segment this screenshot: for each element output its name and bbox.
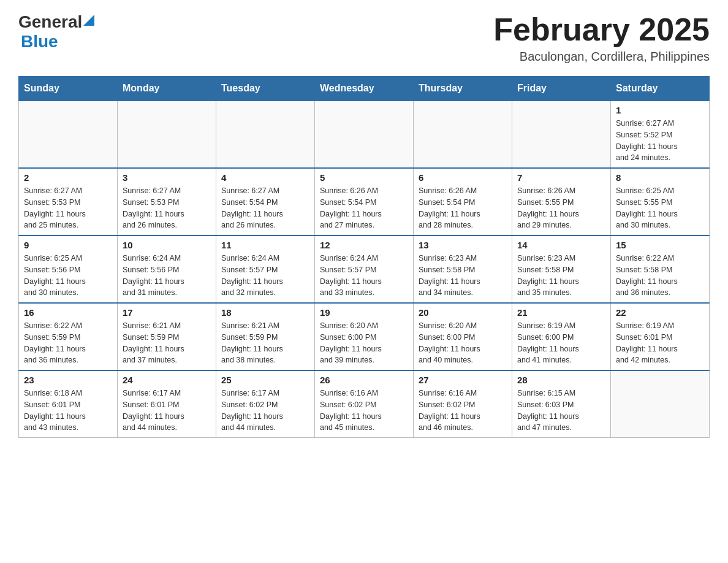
day-number: 27 bbox=[419, 375, 507, 385]
day-info: Sunrise: 6:20 AMSunset: 6:00 PMDaylight:… bbox=[320, 320, 408, 366]
calendar-cell: 2Sunrise: 6:27 AMSunset: 5:53 PMDaylight… bbox=[19, 168, 118, 236]
day-number: 16 bbox=[24, 307, 112, 318]
day-number: 14 bbox=[517, 240, 605, 250]
day-info: Sunrise: 6:27 AMSunset: 5:53 PMDaylight:… bbox=[24, 185, 112, 231]
calendar-week-row: 23Sunrise: 6:18 AMSunset: 6:01 PMDayligh… bbox=[19, 370, 710, 438]
day-number: 21 bbox=[517, 307, 605, 318]
day-number: 3 bbox=[123, 172, 211, 183]
day-number: 28 bbox=[517, 375, 605, 385]
day-info: Sunrise: 6:19 AMSunset: 6:00 PMDaylight:… bbox=[517, 320, 605, 366]
calendar-cell: 28Sunrise: 6:15 AMSunset: 6:03 PMDayligh… bbox=[512, 370, 611, 438]
day-info: Sunrise: 6:22 AMSunset: 5:58 PMDaylight:… bbox=[616, 253, 704, 299]
calendar-cell bbox=[611, 370, 710, 438]
calendar-cell: 25Sunrise: 6:17 AMSunset: 6:02 PMDayligh… bbox=[216, 370, 315, 438]
page-title: February 2025 bbox=[493, 12, 710, 47]
day-number: 25 bbox=[221, 375, 309, 385]
day-info: Sunrise: 6:24 AMSunset: 5:56 PMDaylight:… bbox=[123, 253, 211, 299]
calendar-cell: 6Sunrise: 6:26 AMSunset: 5:54 PMDaylight… bbox=[414, 168, 512, 236]
calendar-cell bbox=[315, 101, 414, 168]
day-number: 23 bbox=[24, 375, 112, 385]
calendar-cell bbox=[19, 101, 118, 168]
day-number: 22 bbox=[616, 307, 704, 318]
calendar-cell: 8Sunrise: 6:25 AMSunset: 5:55 PMDaylight… bbox=[611, 168, 710, 236]
calendar-day-header: Saturday bbox=[611, 77, 710, 101]
day-info: Sunrise: 6:19 AMSunset: 6:01 PMDaylight:… bbox=[616, 320, 704, 366]
day-number: 15 bbox=[616, 240, 704, 250]
calendar-cell: 14Sunrise: 6:23 AMSunset: 5:58 PMDayligh… bbox=[512, 236, 611, 303]
logo-general-text: General bbox=[18, 12, 82, 32]
calendar-cell: 24Sunrise: 6:17 AMSunset: 6:01 PMDayligh… bbox=[118, 370, 216, 438]
calendar-day-header: Monday bbox=[118, 77, 216, 101]
page-subtitle: Baculongan, Cordillera, Philippines bbox=[493, 50, 710, 64]
day-info: Sunrise: 6:20 AMSunset: 6:00 PMDaylight:… bbox=[419, 320, 507, 366]
day-info: Sunrise: 6:27 AMSunset: 5:53 PMDaylight:… bbox=[123, 185, 211, 231]
day-number: 8 bbox=[616, 172, 704, 183]
calendar-day-header: Sunday bbox=[19, 77, 118, 101]
day-info: Sunrise: 6:26 AMSunset: 5:54 PMDaylight:… bbox=[419, 185, 507, 231]
calendar-cell: 10Sunrise: 6:24 AMSunset: 5:56 PMDayligh… bbox=[118, 236, 216, 303]
calendar-cell: 9Sunrise: 6:25 AMSunset: 5:56 PMDaylight… bbox=[19, 236, 118, 303]
calendar-day-header: Tuesday bbox=[216, 77, 315, 101]
calendar-cell bbox=[118, 101, 216, 168]
day-info: Sunrise: 6:22 AMSunset: 5:59 PMDaylight:… bbox=[24, 320, 112, 366]
logo-blue-text: Blue bbox=[21, 32, 58, 52]
day-number: 7 bbox=[517, 172, 605, 183]
day-info: Sunrise: 6:16 AMSunset: 6:02 PMDaylight:… bbox=[419, 388, 507, 434]
calendar-cell: 7Sunrise: 6:26 AMSunset: 5:55 PMDaylight… bbox=[512, 168, 611, 236]
day-number: 9 bbox=[24, 240, 112, 250]
day-number: 13 bbox=[419, 240, 507, 250]
day-info: Sunrise: 6:21 AMSunset: 5:59 PMDaylight:… bbox=[123, 320, 211, 366]
calendar-week-row: 9Sunrise: 6:25 AMSunset: 5:56 PMDaylight… bbox=[19, 236, 710, 303]
day-info: Sunrise: 6:24 AMSunset: 5:57 PMDaylight:… bbox=[320, 253, 408, 299]
calendar-day-header: Wednesday bbox=[315, 77, 414, 101]
day-info: Sunrise: 6:27 AMSunset: 5:54 PMDaylight:… bbox=[221, 185, 309, 231]
day-info: Sunrise: 6:21 AMSunset: 5:59 PMDaylight:… bbox=[221, 320, 309, 366]
calendar-cell: 19Sunrise: 6:20 AMSunset: 6:00 PMDayligh… bbox=[315, 303, 414, 370]
day-info: Sunrise: 6:17 AMSunset: 6:02 PMDaylight:… bbox=[221, 388, 309, 434]
title-block: February 2025 Baculongan, Cordillera, Ph… bbox=[493, 12, 710, 64]
calendar-cell: 26Sunrise: 6:16 AMSunset: 6:02 PMDayligh… bbox=[315, 370, 414, 438]
calendar-cell: 11Sunrise: 6:24 AMSunset: 5:57 PMDayligh… bbox=[216, 236, 315, 303]
calendar-cell: 4Sunrise: 6:27 AMSunset: 5:54 PMDaylight… bbox=[216, 168, 315, 236]
day-number: 17 bbox=[123, 307, 211, 318]
calendar-cell: 15Sunrise: 6:22 AMSunset: 5:58 PMDayligh… bbox=[611, 236, 710, 303]
day-number: 6 bbox=[419, 172, 507, 183]
calendar-cell: 16Sunrise: 6:22 AMSunset: 5:59 PMDayligh… bbox=[19, 303, 118, 370]
day-info: Sunrise: 6:17 AMSunset: 6:01 PMDaylight:… bbox=[123, 388, 211, 434]
day-info: Sunrise: 6:15 AMSunset: 6:03 PMDaylight:… bbox=[517, 388, 605, 434]
calendar-cell: 18Sunrise: 6:21 AMSunset: 5:59 PMDayligh… bbox=[216, 303, 315, 370]
day-info: Sunrise: 6:25 AMSunset: 5:55 PMDaylight:… bbox=[616, 185, 704, 231]
calendar-cell bbox=[414, 101, 512, 168]
calendar-day-header: Friday bbox=[512, 77, 611, 101]
calendar-header-row: SundayMondayTuesdayWednesdayThursdayFrid… bbox=[19, 77, 710, 101]
day-info: Sunrise: 6:26 AMSunset: 5:54 PMDaylight:… bbox=[320, 185, 408, 231]
calendar-cell: 13Sunrise: 6:23 AMSunset: 5:58 PMDayligh… bbox=[414, 236, 512, 303]
day-number: 2 bbox=[24, 172, 112, 183]
logo: General Blue bbox=[18, 12, 94, 52]
svg-marker-0 bbox=[83, 15, 94, 26]
day-number: 24 bbox=[123, 375, 211, 385]
day-number: 5 bbox=[320, 172, 408, 183]
day-info: Sunrise: 6:24 AMSunset: 5:57 PMDaylight:… bbox=[221, 253, 309, 299]
calendar-cell: 21Sunrise: 6:19 AMSunset: 6:00 PMDayligh… bbox=[512, 303, 611, 370]
day-info: Sunrise: 6:25 AMSunset: 5:56 PMDaylight:… bbox=[24, 253, 112, 299]
calendar-cell: 27Sunrise: 6:16 AMSunset: 6:02 PMDayligh… bbox=[414, 370, 512, 438]
calendar-cell: 20Sunrise: 6:20 AMSunset: 6:00 PMDayligh… bbox=[414, 303, 512, 370]
calendar-week-row: 2Sunrise: 6:27 AMSunset: 5:53 PMDaylight… bbox=[19, 168, 710, 236]
day-number: 18 bbox=[221, 307, 309, 318]
day-info: Sunrise: 6:16 AMSunset: 6:02 PMDaylight:… bbox=[320, 388, 408, 434]
page-header: General Blue February 2025 Baculongan, C… bbox=[18, 12, 710, 64]
day-number: 12 bbox=[320, 240, 408, 250]
calendar-cell: 22Sunrise: 6:19 AMSunset: 6:01 PMDayligh… bbox=[611, 303, 710, 370]
calendar-cell bbox=[512, 101, 611, 168]
calendar-cell: 5Sunrise: 6:26 AMSunset: 5:54 PMDaylight… bbox=[315, 168, 414, 236]
calendar-cell: 17Sunrise: 6:21 AMSunset: 5:59 PMDayligh… bbox=[118, 303, 216, 370]
day-number: 1 bbox=[616, 105, 704, 115]
day-number: 19 bbox=[320, 307, 408, 318]
logo-triangle-icon bbox=[83, 15, 94, 26]
day-number: 11 bbox=[221, 240, 309, 250]
day-info: Sunrise: 6:26 AMSunset: 5:55 PMDaylight:… bbox=[517, 185, 605, 231]
day-number: 4 bbox=[221, 172, 309, 183]
day-info: Sunrise: 6:27 AMSunset: 5:52 PMDaylight:… bbox=[616, 118, 704, 164]
calendar-table: SundayMondayTuesdayWednesdayThursdayFrid… bbox=[18, 76, 710, 438]
